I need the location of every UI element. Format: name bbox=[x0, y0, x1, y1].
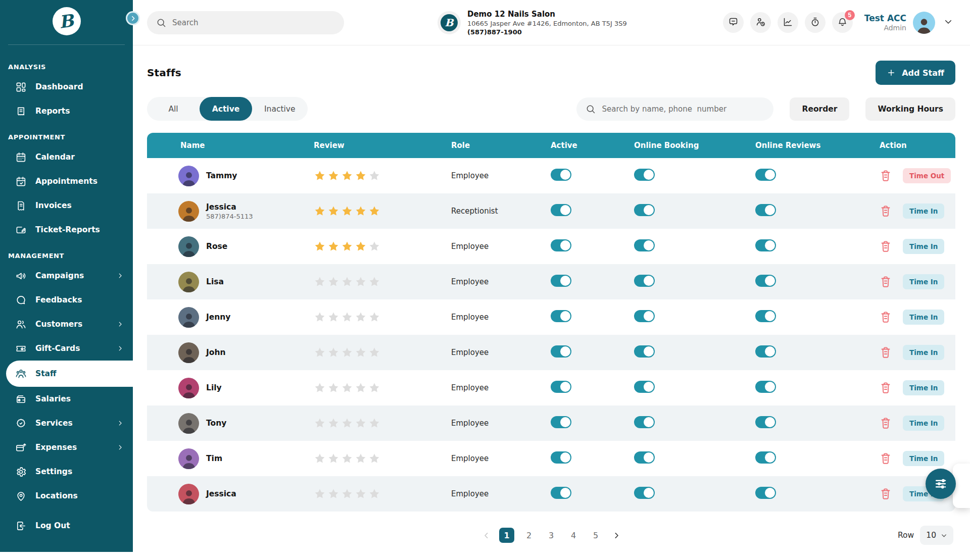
sidebar-item-dashboard[interactable]: Dashboard bbox=[0, 75, 133, 99]
active-toggle[interactable] bbox=[551, 169, 571, 181]
sidebar-item-gift-cards[interactable]: Gift-Cards bbox=[0, 336, 133, 361]
page-button-5[interactable]: 5 bbox=[588, 528, 603, 543]
global-search[interactable] bbox=[147, 11, 344, 34]
online-reviews-toggle[interactable] bbox=[755, 487, 776, 499]
global-search-input[interactable] bbox=[172, 18, 335, 27]
tab-active[interactable]: Active bbox=[200, 97, 252, 121]
tab-all[interactable]: All bbox=[147, 97, 200, 121]
online-reviews-toggle[interactable] bbox=[755, 381, 776, 393]
online-reviews-toggle[interactable] bbox=[755, 310, 776, 322]
time-clock-button[interactable]: Time In bbox=[903, 380, 944, 395]
bell-button[interactable]: 5 bbox=[832, 12, 853, 33]
time-clock-button[interactable]: Time In bbox=[903, 345, 944, 360]
sidebar-item-reports[interactable]: Reports bbox=[0, 99, 133, 123]
sidebar-item-invoices[interactable]: Invoices bbox=[0, 193, 133, 218]
delete-staff-button[interactable] bbox=[880, 381, 892, 394]
sidebar-divider bbox=[8, 44, 125, 45]
next-page-button[interactable] bbox=[610, 529, 622, 541]
active-toggle[interactable] bbox=[551, 345, 571, 358]
online-reviews-toggle[interactable] bbox=[755, 275, 776, 287]
time-clock-button[interactable]: Time In bbox=[903, 310, 944, 325]
add-staff-button[interactable]: Add Staff bbox=[876, 61, 955, 85]
delete-staff-button[interactable] bbox=[880, 311, 892, 324]
time-clock-button[interactable]: Time Out bbox=[903, 168, 951, 183]
chat-button[interactable] bbox=[723, 12, 744, 33]
rating-stars bbox=[314, 311, 451, 323]
active-toggle[interactable] bbox=[551, 239, 571, 251]
online-reviews-toggle[interactable] bbox=[755, 451, 776, 464]
active-toggle[interactable] bbox=[551, 381, 571, 393]
active-toggle[interactable] bbox=[551, 204, 571, 216]
time-clock-button[interactable]: Time In bbox=[903, 203, 944, 219]
stopwatch-button[interactable] bbox=[805, 12, 826, 33]
online-booking-toggle[interactable] bbox=[634, 204, 655, 216]
delete-staff-button[interactable] bbox=[880, 487, 892, 500]
online-reviews-toggle[interactable] bbox=[755, 204, 776, 216]
page-button-1[interactable]: 1 bbox=[499, 528, 514, 543]
delete-staff-button[interactable] bbox=[880, 275, 892, 288]
online-booking-toggle[interactable] bbox=[634, 416, 655, 428]
sidebar-collapse-button[interactable] bbox=[126, 11, 140, 25]
online-booking-toggle[interactable] bbox=[634, 451, 655, 464]
active-toggle[interactable] bbox=[551, 310, 571, 322]
active-toggle[interactable] bbox=[551, 451, 571, 464]
online-booking-toggle[interactable] bbox=[634, 381, 655, 393]
chart-button[interactable] bbox=[778, 12, 798, 33]
filter-settings-fab[interactable] bbox=[926, 469, 956, 499]
star-icon bbox=[355, 311, 367, 323]
trash-icon bbox=[880, 275, 892, 288]
online-booking-toggle[interactable] bbox=[634, 239, 655, 251]
user-clock-button[interactable] bbox=[750, 12, 771, 33]
user-avatar[interactable] bbox=[913, 12, 935, 34]
page-button-3[interactable]: 3 bbox=[544, 528, 559, 543]
online-booking-toggle[interactable] bbox=[634, 169, 655, 181]
delete-staff-button[interactable] bbox=[880, 169, 892, 182]
online-reviews-toggle[interactable] bbox=[755, 416, 776, 428]
user-menu-chevron-down-icon[interactable] bbox=[942, 17, 955, 28]
sidebar-item-ticket-reports[interactable]: Ticket-Reports bbox=[0, 218, 133, 242]
reorder-button[interactable]: Reorder bbox=[790, 97, 849, 121]
online-reviews-toggle[interactable] bbox=[755, 345, 776, 358]
star-icon bbox=[355, 417, 367, 429]
active-toggle[interactable] bbox=[551, 275, 571, 287]
sidebar-item-expenses[interactable]: Expenses bbox=[0, 435, 133, 460]
online-booking-toggle[interactable] bbox=[634, 487, 655, 499]
online-reviews-toggle[interactable] bbox=[755, 239, 776, 251]
sidebar-item-appointments[interactable]: Appointments bbox=[0, 169, 133, 193]
online-reviews-toggle[interactable] bbox=[755, 169, 776, 181]
tab-inactive[interactable]: Inactive bbox=[252, 97, 308, 121]
delete-staff-button[interactable] bbox=[880, 452, 892, 465]
sidebar-item-customers[interactable]: Customers bbox=[0, 312, 133, 336]
working-hours-button[interactable]: Working Hours bbox=[865, 97, 955, 121]
delete-staff-button[interactable] bbox=[880, 417, 892, 430]
online-booking-toggle[interactable] bbox=[634, 345, 655, 358]
sidebar-item-calendar[interactable]: Calendar bbox=[0, 145, 133, 169]
sidebar-item-locations[interactable]: Locations bbox=[0, 484, 133, 508]
online-booking-toggle[interactable] bbox=[634, 310, 655, 322]
time-clock-button[interactable]: Time In bbox=[903, 239, 944, 254]
time-clock-button[interactable]: Time In bbox=[903, 416, 944, 431]
active-toggle[interactable] bbox=[551, 416, 571, 428]
delete-staff-button[interactable] bbox=[880, 346, 892, 359]
sidebar-item-staff[interactable]: Staff bbox=[6, 361, 133, 387]
sidebar-item-log-out[interactable]: Log Out bbox=[0, 514, 133, 538]
sidebar-item-campaigns[interactable]: Campaigns bbox=[0, 264, 133, 288]
table-search[interactable] bbox=[576, 97, 773, 121]
time-clock-button[interactable]: Time In bbox=[903, 274, 944, 289]
delete-staff-button[interactable] bbox=[880, 240, 892, 253]
active-toggle[interactable] bbox=[551, 487, 571, 499]
table-search-input[interactable] bbox=[602, 105, 764, 114]
sidebar-item-feedbacks[interactable]: Feedbacks bbox=[0, 288, 133, 312]
delete-staff-button[interactable] bbox=[880, 205, 892, 218]
sidebar-item-salaries[interactable]: Salaries bbox=[0, 387, 133, 411]
salon-phone: (587)887-1900 bbox=[467, 28, 627, 36]
time-clock-button[interactable]: Time In bbox=[903, 451, 944, 466]
page-button-2[interactable]: 2 bbox=[521, 528, 537, 543]
sidebar-item-services[interactable]: Services bbox=[0, 411, 133, 435]
page-button-4[interactable]: 4 bbox=[566, 528, 581, 543]
online-booking-toggle[interactable] bbox=[634, 275, 655, 287]
sidebar-item-settings[interactable]: Settings bbox=[0, 460, 133, 484]
user-name: Test ACC bbox=[864, 13, 906, 23]
previous-page-button[interactable] bbox=[480, 529, 492, 541]
rows-per-page-select[interactable]: 10 bbox=[920, 526, 953, 545]
